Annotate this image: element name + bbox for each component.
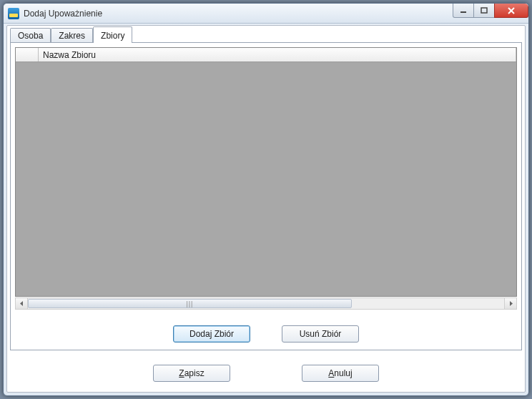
column-selector[interactable] [16, 48, 39, 61]
tabpage-zbiory: Nazwa Zbioru ||| Dodaj Zbiór [10, 42, 522, 350]
app-icon [8, 8, 19, 19]
window: Dodaj Upoważnienie Osoba Zakres Zbiory [3, 3, 529, 396]
grid-header-row: Nazwa Zbioru [16, 48, 516, 62]
scroll-thumb[interactable]: ||| [28, 299, 352, 308]
dialog-buttons: Zapisz Anuluj [7, 365, 525, 382]
tab-zakres[interactable]: Zakres [51, 28, 93, 43]
close-icon [507, 7, 516, 14]
tab-osoba[interactable]: Osoba [10, 28, 51, 43]
maximize-icon [481, 7, 488, 14]
window-title: Dodaj Upoważnienie [24, 9, 102, 19]
minimize-icon [460, 7, 467, 14]
grid-container: Nazwa Zbioru ||| [15, 47, 517, 310]
scroll-track[interactable]: ||| [28, 298, 504, 309]
save-button[interactable]: Zapisz [153, 365, 230, 382]
svg-rect-0 [460, 11, 466, 13]
tabstrip: Osoba Zakres Zbiory [10, 27, 132, 43]
window-controls [453, 4, 528, 18]
cancel-label-rest: nuluj [334, 368, 352, 378]
cancel-button[interactable]: Anuluj [302, 365, 379, 382]
titlebar[interactable]: Dodaj Upoważnienie [4, 4, 528, 24]
minimize-button[interactable] [453, 4, 474, 18]
grid-action-buttons: Dodaj Zbiór Usuń Zbiór [11, 325, 521, 343]
remove-collection-button[interactable]: Usuń Zbiór [282, 325, 359, 343]
svg-rect-1 [481, 8, 487, 13]
close-button[interactable] [494, 4, 528, 18]
maximize-button[interactable] [473, 4, 495, 18]
svg-marker-5 [510, 301, 513, 306]
client-area: Osoba Zakres Zbiory Nazwa Zbioru ||| [6, 25, 526, 393]
scroll-left-button[interactable] [16, 298, 28, 309]
tab-zbiory[interactable]: Zbiory [93, 26, 132, 43]
scroll-right-button[interactable] [504, 298, 516, 309]
svg-marker-4 [20, 301, 23, 306]
cancel-mnemonic: A [328, 368, 334, 378]
horizontal-scrollbar[interactable]: ||| [15, 297, 517, 310]
chevron-left-icon [19, 301, 24, 306]
save-mnemonic: Z [179, 368, 184, 378]
data-grid[interactable]: Nazwa Zbioru [15, 47, 517, 297]
chevron-right-icon [508, 301, 513, 306]
save-label-rest: apisz [184, 368, 205, 378]
column-nazwa-zbioru[interactable]: Nazwa Zbioru [39, 48, 516, 61]
add-collection-button[interactable]: Dodaj Zbiór [173, 325, 250, 343]
